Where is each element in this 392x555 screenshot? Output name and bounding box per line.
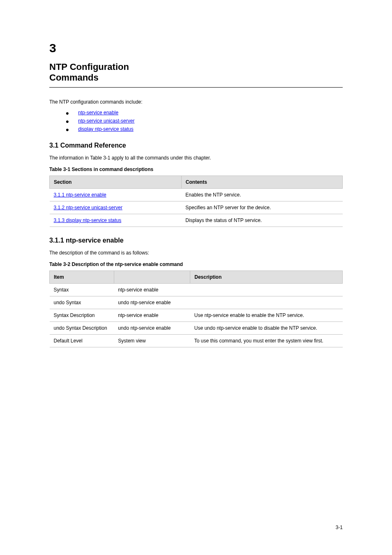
table-row: undo Syntax undo ntp-service enable [50,296,343,309]
title-divider [49,87,343,88]
cell-desc [190,284,343,296]
list-item: display ntp-service status [66,126,343,132]
intro-text: The NTP configuration commands include: [49,99,343,105]
table-row: Syntax Description ntp-service enable Us… [50,309,343,322]
table-header-description: Description [190,271,343,284]
table-row: 3.1.3 display ntp-service status Display… [50,214,343,227]
chapter-title-line1: NTP Configuration [49,62,343,72]
link-item-2[interactable]: ntp-service unicast-server [78,118,134,124]
cell-desc: Specifies an NTP server for the device. [181,201,342,214]
table-row: Syntax ntp-service enable [50,284,343,296]
link-item-1[interactable]: ntp-service enable [78,110,118,116]
section-description: The information in Table 3-1 apply to al… [49,155,343,161]
cell-value: undo ntp-service enable [114,322,190,335]
cell-value: System view [114,335,190,347]
table-row: undo Syntax Description undo ntp-service… [50,322,343,335]
cell-item: Syntax Description [50,309,114,322]
page-number: 3-1 [336,525,343,530]
link-3-1-2[interactable]: 3.1.2 ntp-service unicast-server [54,205,122,210]
page-footer: 3-1 [49,525,343,530]
table-row: Default Level System view To use this co… [50,335,343,347]
cell-value: undo ntp-service enable [114,296,190,309]
table-header-item: Item [50,271,114,284]
section-heading-3-1-1: 3.1.1 ntp-service enable [49,237,343,244]
section-description: The description of the command is as fol… [49,250,343,256]
table-header-contents: Contents [181,176,342,189]
bullet-list: ntp-service enable ntp-service unicast-s… [66,110,343,132]
chapter-title-line2: Commands [49,72,343,83]
cell-desc: Use undo ntp-service enable to disable t… [190,322,343,335]
cell-value: ntp-service enable [114,309,190,322]
list-item: ntp-service enable [66,110,343,116]
cell-desc: Enables the NTP service. [181,189,342,201]
cell-item: Default Level [50,335,114,347]
table-caption-3-2: Table 3-2 Description of the ntp-service… [49,261,343,267]
table-header-blank [114,271,190,284]
table-header-section: Section [50,176,182,189]
cell-desc: Use ntp-service enable to enable the NTP… [190,309,343,322]
cell-desc: Displays the status of NTP service. [181,214,342,227]
cell-value: ntp-service enable [114,284,190,296]
cell-desc [190,296,343,309]
table-3-1: Section Contents 3.1.1 ntp-service enabl… [49,176,343,227]
list-item: ntp-service unicast-server [66,118,343,124]
table-row: 3.1.1 ntp-service enable Enables the NTP… [50,189,343,201]
link-item-3[interactable]: display ntp-service status [78,126,134,132]
chapter-number: 3 [49,41,343,55]
table-caption-3-1: Table 3-1 Sections in command descriptio… [49,166,343,172]
table-3-2: Item Description Syntax ntp-service enab… [49,271,343,347]
section-heading-3-1: 3.1 Command Reference [49,142,343,149]
cell-item: undo Syntax Description [50,322,114,335]
cell-item: undo Syntax [50,296,114,309]
link-3-1-3[interactable]: 3.1.3 display ntp-service status [54,217,122,223]
table-row: 3.1.2 ntp-service unicast-server Specifi… [50,201,343,214]
cell-desc: To use this command, you must enter the … [190,335,343,347]
link-3-1-1[interactable]: 3.1.1 ntp-service enable [54,192,106,198]
cell-item: Syntax [50,284,114,296]
